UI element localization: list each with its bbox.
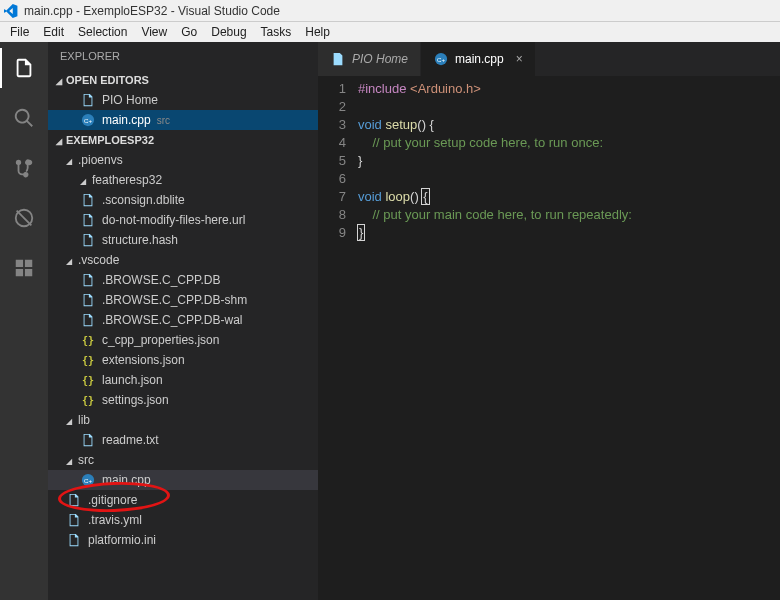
- tree-item-label: .travis.yml: [88, 513, 142, 527]
- chevron-down-icon: [66, 413, 72, 427]
- activity-debug[interactable]: [0, 198, 48, 238]
- activity-scm[interactable]: [0, 148, 48, 188]
- tree-file[interactable]: .BROWSE.C_CPP.DB-wal: [48, 310, 318, 330]
- menu-file[interactable]: File: [10, 25, 29, 39]
- chevron-down-icon: [66, 253, 72, 267]
- activity-extensions[interactable]: [0, 248, 48, 288]
- json-file-icon: {}: [80, 372, 96, 388]
- activity-explorer[interactable]: [0, 48, 48, 88]
- cpp-file-icon: C+: [433, 51, 449, 67]
- code-editor[interactable]: 123456789 #include <Arduino.h> void setu…: [318, 76, 780, 600]
- menu-bar: File Edit Selection View Go Debug Tasks …: [0, 22, 780, 42]
- tree-file[interactable]: do-not-modify-files-here.url: [48, 210, 318, 230]
- text-file-icon: [66, 492, 82, 508]
- extensions-icon: [13, 257, 35, 279]
- tree-file[interactable]: {}c_cpp_properties.json: [48, 330, 318, 350]
- text-file-icon: [80, 212, 96, 228]
- title-bar: main.cpp - ExemploESP32 - Visual Studio …: [0, 0, 780, 22]
- tree-item-label: c_cpp_properties.json: [102, 333, 219, 347]
- editor-group: PIO Home C+ main.cpp × 123456789 #includ…: [318, 42, 780, 600]
- tree-folder[interactable]: src: [48, 450, 318, 470]
- explorer-sidebar: EXPLORER OPEN EDITORS PIO Home C+ main.c…: [48, 42, 318, 600]
- tree-item-label: .BROWSE.C_CPP.DB: [102, 273, 220, 287]
- open-editor-item[interactable]: C+ main.cpp src: [48, 110, 318, 130]
- tab-label: main.cpp: [455, 52, 504, 66]
- chevron-down-icon: [80, 173, 86, 187]
- tree-item-label: settings.json: [102, 393, 169, 407]
- tree-item-label: .vscode: [78, 253, 119, 267]
- file-tree: .pioenvsfeatheresp32.sconsign.dblitedo-n…: [48, 150, 318, 550]
- menu-selection[interactable]: Selection: [78, 25, 127, 39]
- menu-help[interactable]: Help: [305, 25, 330, 39]
- json-file-icon: {}: [80, 352, 96, 368]
- menu-edit[interactable]: Edit: [43, 25, 64, 39]
- tree-item-label: .gitignore: [88, 493, 137, 507]
- open-editor-label: main.cpp: [102, 113, 151, 127]
- activity-bar: [0, 42, 48, 600]
- tree-item-label: .pioenvs: [78, 153, 123, 167]
- tree-item-label: main.cpp: [102, 473, 151, 487]
- cpp-file-icon: C+: [80, 112, 96, 128]
- debug-icon: [13, 207, 35, 229]
- text-file-icon: [80, 232, 96, 248]
- tree-file[interactable]: .gitignore: [48, 490, 318, 510]
- tab-main-cpp[interactable]: C+ main.cpp ×: [421, 42, 536, 76]
- tree-file[interactable]: {}extensions.json: [48, 350, 318, 370]
- text-file-icon: [66, 532, 82, 548]
- cpp-file-icon: C+: [80, 472, 96, 488]
- open-editor-label: PIO Home: [102, 93, 158, 107]
- tree-file[interactable]: structure.hash: [48, 230, 318, 250]
- section-project[interactable]: EXEMPLOESP32: [48, 130, 318, 150]
- tree-item-label: .sconsign.dblite: [102, 193, 185, 207]
- tree-file[interactable]: .travis.yml: [48, 510, 318, 530]
- tree-file[interactable]: platformio.ini: [48, 530, 318, 550]
- tree-item-label: lib: [78, 413, 90, 427]
- svg-text:C+: C+: [84, 117, 92, 124]
- code-content[interactable]: #include <Arduino.h> void setup() { // p…: [358, 80, 780, 600]
- section-project-label: EXEMPLOESP32: [66, 134, 154, 146]
- tree-file[interactable]: .BROWSE.C_CPP.DB: [48, 270, 318, 290]
- tree-file[interactable]: readme.txt: [48, 430, 318, 450]
- text-file-icon: [330, 51, 346, 67]
- text-file-icon: [80, 292, 96, 308]
- chevron-down-icon: [66, 153, 72, 167]
- menu-view[interactable]: View: [141, 25, 167, 39]
- tree-file[interactable]: {}launch.json: [48, 370, 318, 390]
- close-icon[interactable]: ×: [516, 52, 523, 66]
- tree-item-label: featheresp32: [92, 173, 162, 187]
- tree-item-label: structure.hash: [102, 233, 178, 247]
- tree-folder[interactable]: featheresp32: [48, 170, 318, 190]
- json-file-icon: {}: [80, 332, 96, 348]
- chevron-down-icon: [66, 453, 72, 467]
- tree-file[interactable]: .BROWSE.C_CPP.DB-shm: [48, 290, 318, 310]
- tab-pio-home[interactable]: PIO Home: [318, 42, 421, 76]
- menu-tasks[interactable]: Tasks: [261, 25, 292, 39]
- tree-item-label: do-not-modify-files-here.url: [102, 213, 245, 227]
- tree-file[interactable]: .sconsign.dblite: [48, 190, 318, 210]
- chevron-down-icon: [56, 74, 62, 86]
- menu-go[interactable]: Go: [181, 25, 197, 39]
- tree-folder[interactable]: lib: [48, 410, 318, 430]
- tab-label: PIO Home: [352, 52, 408, 66]
- open-editor-item[interactable]: PIO Home: [48, 90, 318, 110]
- json-file-icon: {}: [80, 392, 96, 408]
- tree-file[interactable]: {}settings.json: [48, 390, 318, 410]
- tree-item-label: launch.json: [102, 373, 163, 387]
- editor-tabs: PIO Home C+ main.cpp ×: [318, 42, 780, 76]
- svg-text:C+: C+: [84, 477, 92, 484]
- window-title: main.cpp - ExemploESP32 - Visual Studio …: [24, 4, 280, 18]
- search-icon: [13, 107, 35, 129]
- tree-item-label: extensions.json: [102, 353, 185, 367]
- menu-debug[interactable]: Debug: [211, 25, 246, 39]
- text-file-icon: [80, 192, 96, 208]
- text-file-icon: [80, 92, 96, 108]
- tree-item-label: platformio.ini: [88, 533, 156, 547]
- tree-folder[interactable]: .vscode: [48, 250, 318, 270]
- tree-item-label: .BROWSE.C_CPP.DB-shm: [102, 293, 247, 307]
- tree-file[interactable]: C+main.cpp: [48, 470, 318, 490]
- activity-search[interactable]: [0, 98, 48, 138]
- files-icon: [13, 57, 35, 79]
- section-open-editors[interactable]: OPEN EDITORS: [48, 70, 318, 90]
- tree-item-label: .BROWSE.C_CPP.DB-wal: [102, 313, 242, 327]
- tree-folder[interactable]: .pioenvs: [48, 150, 318, 170]
